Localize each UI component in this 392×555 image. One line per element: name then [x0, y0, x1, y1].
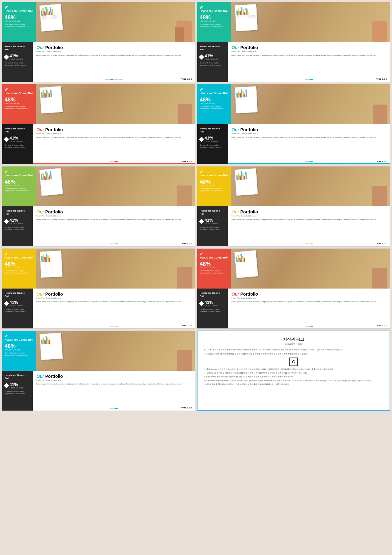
bottom-percent-7: 41%: [9, 300, 23, 305]
color-panel-7: Heads are Gonne Roll 48% INFOGRAPHIC Con…: [2, 249, 36, 289]
copyright-section4: 2. 환불(Refund): 한국소비자원 기준에 따른 상품이므로 제공되는 …: [204, 375, 383, 378]
bottom-left-7: Heads are Gonne Roll 41% PROFESSIONAL Co…: [2, 289, 33, 328]
bottom-percent-5: 41%: [9, 218, 23, 223]
slide-bottom-6: Heads are Gonne Roll 41% PROFESSIONAL Co…: [197, 206, 390, 246]
slide-title-2: Heads are Gonne Roll: [200, 10, 228, 13]
photo-area-1: [36, 2, 195, 42]
copyright-section1: 1. 저작권(Copyright): 본 콘텐츠에 대한 모든 저작권은 회사에…: [204, 353, 383, 355]
portfolio-title-5: Our Portfolio: [36, 209, 191, 214]
main-grid: Heads are Gonne Roll 48% INFOGRAPHIC Con…: [0, 0, 392, 413]
slide-title-8: Heads are Gonne Roll: [200, 256, 228, 259]
portfolio-our-2: Our: [232, 45, 239, 50]
color-panel-8: Heads are Gonne Roll 48% INFOGRAPHIC Con…: [197, 249, 231, 289]
color-panel-4: Heads are Gonne Roll 48% INFOGRAPHIC Con…: [197, 84, 231, 124]
bottom-title-7: Heads are Gonne Roll: [5, 292, 30, 298]
portfolio-body-8: Lorem ipsum dolor sit amet, consectetur …: [232, 300, 386, 303]
slide-percent-7: 48%: [5, 261, 33, 267]
slide-desc-8: Conveniently iterate top-line alignments…: [200, 270, 228, 274]
slide-infographic-9: INFOGRAPHIC: [5, 349, 33, 351]
dot-9-2: [114, 408, 118, 409]
slide-infographic-8: INFOGRAPHIC: [200, 267, 228, 269]
bottom-label-7: PROFESSIONAL: [9, 305, 23, 307]
slide-percent-4: 48%: [200, 97, 228, 102]
pagination-4: [305, 161, 313, 162]
slide-desc-6: Conveniently iterate top-line alignments…: [200, 188, 228, 192]
bottom-right-3: Our Portfolio Insert Your Great Subtitle…: [33, 124, 195, 164]
color-panel-9: Heads are Gonne Roll 48% INFOGRAPHIC Con…: [2, 331, 36, 371]
bottom-left-4: Heads are Gonne Roll 41% PROFESSIONAL Co…: [197, 124, 228, 164]
color-panel-3: Heads are Gonne Roll 48% INFOGRAPHIC Con…: [2, 84, 36, 124]
bottom-desc-3: Conveniently iterate top-line alignments…: [5, 144, 30, 148]
slide-desc-2: Conveniently iterate top-line alignments…: [200, 23, 228, 28]
dot-2-1: [305, 79, 308, 80]
slide-top-5: Heads are Gonne Roll 48% INFOGRAPHIC Con…: [2, 166, 195, 206]
pencil-icon-8: [200, 252, 203, 255]
pagination-2: [305, 79, 313, 80]
slide-infographic-2: INFOGRAPHIC: [200, 20, 228, 22]
portfolio-title-7: Our Portfolio: [36, 292, 191, 297]
portfolio-word-5: Portfolio: [44, 209, 63, 214]
slide-title-7: Heads are Gonne Roll: [5, 256, 33, 259]
portfolio-subtitle-2: Insert Your Great Subtitle here: [232, 51, 386, 52]
portfolio-word-4: Portfolio: [239, 127, 258, 132]
bottom-percent-8: 41%: [205, 300, 218, 305]
bottom-desc-2: Conveniently iterate top-line alignments…: [200, 62, 225, 66]
slide-desc-3: Conveniently iterate top-line alignments…: [5, 105, 33, 110]
pagination-1: [105, 79, 123, 80]
pencil-icon-7: [5, 252, 8, 255]
pagination-8: [305, 326, 313, 327]
slide-title-1: Heads are Gonne Roll: [5, 10, 33, 13]
dot-3: [114, 79, 118, 80]
slide-bottom-8: Heads are Gonne Roll 41% PROFESSIONAL Co…: [197, 289, 390, 328]
portfolio-title-2: Our Portfolio: [232, 45, 386, 50]
dot-4: [119, 79, 123, 80]
slide-title-5: Heads are Gonne Roll: [5, 174, 33, 177]
bottom-desc-9: Conveniently iterate top-line alignments…: [5, 391, 30, 395]
slide-desc-1: Conveniently iterate top-line alignments…: [5, 23, 33, 28]
bottom-percent-6: 41%: [205, 218, 218, 223]
slide-pair-7: Heads are Gonne Roll 48% INFOGRAPHIC Con…: [2, 248, 195, 329]
tahes-logo-5: TAHES.CO: [180, 243, 192, 244]
bottom-title-6: Heads are Gonne Roll: [200, 209, 225, 216]
bottom-right-7: Our Portfolio Insert Your Great Subtitle…: [33, 289, 195, 328]
bottom-percent-3: 41%: [9, 136, 23, 140]
photo-area-3: [36, 84, 195, 124]
photo-area-6: [231, 166, 390, 206]
pagination-7: [110, 326, 118, 327]
bottom-left-6: Heads are Gonne Roll 41% PROFESSIONAL Co…: [197, 206, 228, 246]
portfolio-subtitle-9: Insert Your Great Subtitle here: [36, 379, 191, 381]
slide-top-8: Heads are Gonne Roll 48% INFOGRAPHIC Con…: [197, 249, 390, 289]
slide-infographic-6: INFOGRAPHIC: [200, 185, 228, 186]
slide-bottom-1: Heads are Gonne Roll 41% PROFESSIONAL Co…: [2, 42, 195, 82]
portfolio-body-4: Lorem ipsum dolor sit amet, consectetur …: [232, 136, 386, 139]
portfolio-our-1: Our: [36, 45, 44, 50]
portfolio-our-9: Our: [36, 374, 44, 379]
copyright-subtitle: Copyright Notice: [204, 343, 383, 345]
dot-5-2: [114, 243, 118, 244]
dot-6-2: [309, 243, 313, 244]
bottom-label-2: PROFESSIONAL: [205, 58, 218, 60]
portfolio-subtitle-7: Insert Your Great Subtitle here: [36, 297, 191, 299]
copyright-body: 공고 내용: 본 서식은 타해스컴퍼니(이하 "회사")가 저작권을 소유하고 …: [204, 348, 383, 351]
bottom-percent-1: 41%: [9, 53, 23, 58]
bottom-label-4: PROFESSIONAL: [205, 140, 218, 142]
slide-pair-9: Heads are Gonne Roll 48% INFOGRAPHIC Con…: [2, 331, 195, 411]
slide-desc-7: Conveniently iterate top-line alignments…: [5, 270, 33, 274]
photo-area-4: [231, 84, 390, 124]
slide-percent-3: 48%: [5, 97, 33, 102]
bottom-left-2: Heads are Gonne Roll 41% PROFESSIONAL Co…: [197, 42, 228, 82]
portfolio-our-6: Our: [232, 209, 239, 214]
slide-bottom-2: Heads are Gonne Roll 41% PROFESSIONAL Co…: [197, 42, 390, 82]
bottom-desc-4: Conveniently iterate top-line alignments…: [200, 144, 225, 148]
bottom-right-5: Our Portfolio Insert Your Great Subtitle…: [33, 206, 195, 246]
dot-3-1: [110, 161, 113, 162]
slide-top-6: Heads are Gonne Roll 48% INFOGRAPHIC Con…: [197, 166, 390, 206]
pencil-icon-3: [5, 87, 8, 91]
tahes-logo-4: TAHES.CO: [375, 160, 387, 162]
bottom-left-1: Heads are Gonne Roll 41% PROFESSIONAL Co…: [2, 42, 33, 82]
copyright-section5: 3. 마켓(Market) & 네이버(Naver): 타해스(TAHES)의 …: [204, 379, 383, 382]
bottom-desc-7: Conveniently iterate top-line alignments…: [5, 308, 30, 313]
copyright-section3: 나. 동의(Agree): 본 서식을 다운로드하거나 사용함으로써 귀하는 이…: [204, 372, 383, 374]
slide-percent-1: 48%: [5, 15, 33, 20]
bottom-left-3: Heads are Gonne Roll 41% PROFESSIONAL Co…: [2, 124, 33, 164]
